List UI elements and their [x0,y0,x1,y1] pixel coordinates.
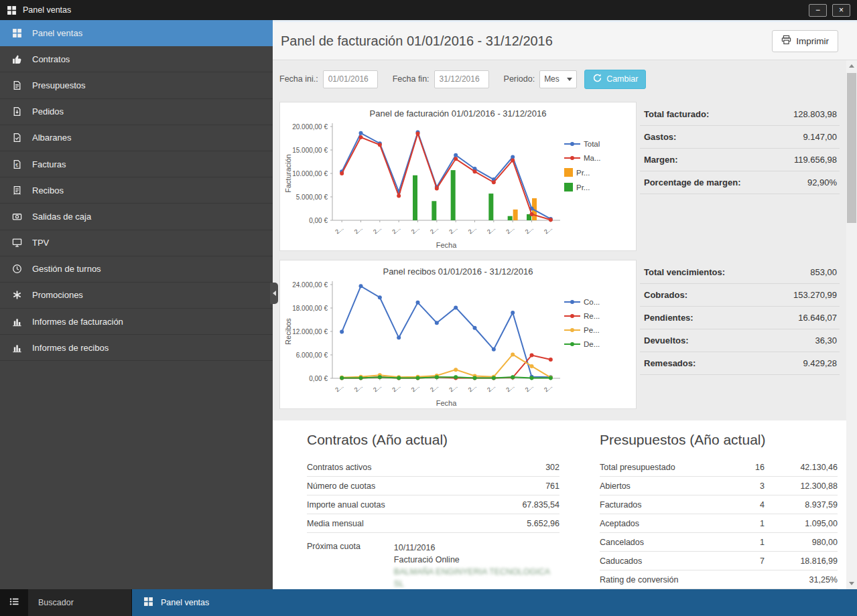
table-row: Contratos activos 302 [307,458,559,477]
svg-text:Fecha: Fecha [436,241,457,249]
svg-text:6.000,00 €: 6.000,00 € [296,352,328,359]
row-value: 31,25% [767,575,838,585]
sidebar-item-tpv[interactable]: TPV [0,230,273,256]
fecha-ini-input[interactable] [323,70,378,88]
sidebar-item-albaranes[interactable]: Albaranes [0,125,273,151]
stat-label: Pendientes: [644,313,694,323]
legend-label: Re... [584,312,600,320]
cambiar-button[interactable]: Cambiar [584,70,646,89]
scroll-down-button[interactable] [846,578,857,589]
vertical-scrollbar[interactable] [846,60,857,589]
arrow-down-icon [849,582,854,585]
sidebar-item-gestion-de-turnos[interactable]: Gestión de turnos [0,256,273,283]
sidebar-item-presupuestos[interactable]: Presupuestos [0,72,273,98]
facturacion-chart-panel: Panel de facturación 01/01/2016 - 31/12/… [279,102,637,251]
stat-row: Total vencimientos: 853,00 [640,261,840,284]
row-label: Facturados [600,500,727,510]
svg-text:5.000,00 €: 5.000,00 € [296,194,328,201]
facturacion-chart-title: Panel de facturación 01/01/2016 - 31/12/… [283,106,633,120]
legend-label: Co... [584,298,600,306]
svg-text:2...: 2... [543,225,553,236]
sidebar-item-label: Contratos [32,54,70,64]
scrollbar-thumb[interactable] [847,73,856,223]
salidas-de-caja-icon [11,211,22,222]
sidebar-item-facturas[interactable]: € Facturas [0,151,273,177]
table-row: Total presupuestado 16 42.130,46 [600,458,838,477]
sidebar-item-pedidos[interactable]: Pedidos [0,99,273,125]
arrow-up-icon [849,64,854,68]
stat-label: Margen: [644,155,678,165]
sidebar-item-label: Informes de facturación [32,317,123,327]
sidebar-item-informes-de-facturacion[interactable]: Informes de facturación [0,309,273,335]
scroll-up-button[interactable] [846,60,857,72]
row-count: 1 [727,519,767,528]
minimize-button[interactable]: − [809,4,827,17]
table-row: Media mensual 5.652,96 [307,514,559,533]
refresh-icon [592,73,602,85]
svg-text:2...: 2... [372,225,383,236]
fecha-fin-input[interactable] [434,70,489,88]
legend-label: Ma... [584,154,601,162]
sidebar-collapse-handle[interactable] [270,283,278,304]
sidebar-item-promociones[interactable]: Promociones [0,283,273,309]
svg-text:2...: 2... [467,383,478,394]
row-label: Importe anual cuotas [307,500,459,510]
row-count: 4 [727,500,767,510]
window-titlebar: Panel ventas − × [0,0,857,20]
gestion-de-turnos-icon [11,264,22,275]
row-label: Número de cuotas [307,481,459,491]
stat-label: Cobrados: [644,290,687,300]
svg-text:Facturación: Facturación [284,154,292,192]
stat-row: Gastos: 9.147,00 [640,126,840,149]
printer-icon [781,35,791,47]
svg-text:15.000,00 €: 15.000,00 € [292,147,328,154]
svg-text:12.000,00 €: 12.000,00 € [292,328,328,335]
stat-label: Remesados: [644,358,696,368]
fecha-ini-label: Fecha ini.: [279,74,318,84]
row-value: 980,00 [767,538,838,547]
sidebar-item-salidas-de-caja[interactable]: Salidas de caja [0,204,273,230]
svg-text:2...: 2... [467,225,478,236]
informes-de-facturacion-icon [11,316,22,327]
panel-ventas-icon [11,27,22,38]
legend-label: Pr... [576,169,590,177]
app-grid-icon [0,5,23,15]
legend-line-marker [564,341,580,348]
stat-value: 153.270,99 [793,290,837,300]
row-value: 302 [459,463,559,472]
svg-text:18.000,00 €: 18.000,00 € [292,305,328,312]
sidebar-item-panel-ventas[interactable]: Panel ventas [0,20,273,46]
facturacion-chart-legend: TotalMa...Pr...Pr... [564,140,627,254]
taskbar-item-panel-ventas[interactable]: Panel ventas [132,589,857,616]
recibos-chart-panel: Panel recibos 01/01/2016 - 31/12/2016 Re… [279,260,637,409]
stat-row: Pendientes: 16.646,07 [640,307,840,329]
sidebar-item-recibos[interactable]: Recibos [0,177,273,204]
row-value: 42.130,46 [767,463,838,472]
promociones-icon [11,290,22,301]
stat-value: 92,90% [807,177,837,187]
fecha-fin-label: Fecha fin: [393,74,430,84]
print-button[interactable]: Imprimir [772,30,838,52]
legend-line-marker [564,141,580,147]
row-label: Abiertos [600,481,727,491]
main-content: Panel de facturación 01/01/2016 - 31/12/… [273,20,857,589]
legend-item-ma: Ma... [564,154,627,162]
list-icon [9,597,19,609]
sidebar-item-informes-de-recibos[interactable]: Informes de recibos [0,335,273,361]
table-row: Número de cuotas 761 [307,477,559,495]
svg-text:2...: 2... [448,225,458,236]
table-row: Caducados 7 18.816,99 [600,552,838,570]
row-value: 761 [459,481,559,491]
contratos-title: Contratos (Año actual) [307,432,559,448]
facturacion-chart: FacturaciónFecha20.000,00 €15.000,00 €10… [283,120,564,254]
row-label: Contratos activos [307,463,459,472]
taskbar-menu-button[interactable] [0,589,28,616]
recibos-icon [11,185,22,196]
taskbar-item-buscador[interactable]: Buscador [28,589,132,616]
close-button[interactable]: × [832,4,850,17]
legend-item-de: De... [564,340,627,348]
legend-label: Pe... [584,326,600,334]
sidebar-item-contratos[interactable]: Contratos [0,46,273,72]
periodo-select[interactable]: Mes [539,70,577,88]
stat-row: Devueltos: 36,30 [640,329,840,352]
